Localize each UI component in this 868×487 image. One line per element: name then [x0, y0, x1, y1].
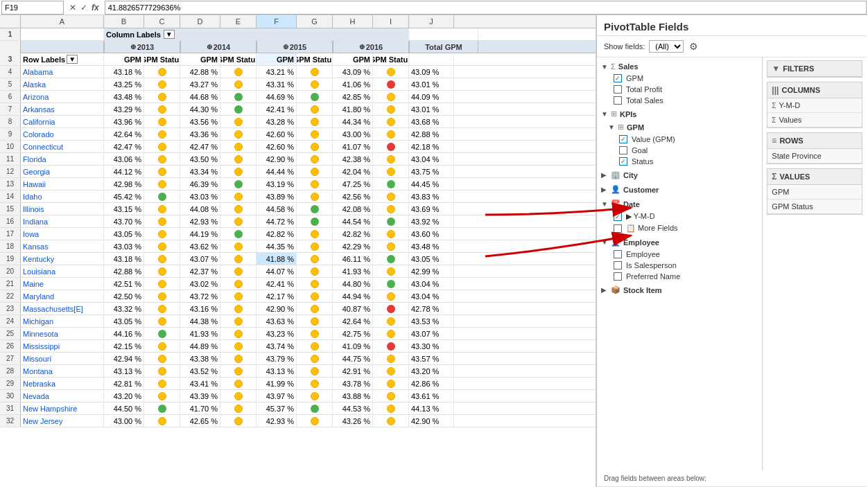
status-2016 — [373, 278, 409, 290]
state-cell[interactable]: Nebraska — [21, 378, 104, 389]
fx-button[interactable]: fx — [90, 3, 101, 12]
state-cell[interactable]: Minnesota — [21, 328, 104, 339]
col-i[interactable]: I — [373, 15, 409, 28]
state-cell[interactable]: Michigan — [21, 315, 104, 327]
field-item[interactable]: Employee — [597, 249, 762, 260]
state-cell[interactable]: Maine — [21, 278, 104, 290]
field-checkbox[interactable] — [614, 272, 622, 281]
state-cell[interactable]: Hawaii — [21, 178, 104, 190]
values-gpm-item[interactable]: GPM — [767, 185, 862, 200]
state-cell[interactable]: Louisiana — [21, 265, 104, 277]
state-cell[interactable]: Iowa — [21, 228, 104, 240]
table-row: 23 Massachusetts[E] 43.32 % 43.16 % 42.9… — [0, 303, 596, 315]
status-2015 — [297, 265, 333, 277]
gpm-2015: 43.19 % — [257, 178, 297, 190]
field-checkbox[interactable] — [614, 261, 622, 269]
col-j[interactable]: J — [409, 15, 454, 28]
state-cell[interactable]: Kansas — [21, 240, 104, 252]
table-row: 31 New Hampshire 44.50 % 41.70 % 45.37 %… — [0, 402, 596, 415]
field-label: 📋 More Fields — [626, 224, 678, 233]
formula-input[interactable]: 41.8826577729636% — [105, 1, 867, 15]
col-d[interactable]: D — [180, 15, 220, 28]
expand-arrow-icon: ▼ — [601, 238, 608, 246]
field-item[interactable]: Preferred Name — [597, 271, 762, 282]
col-c[interactable]: C — [144, 15, 180, 28]
state-cell[interactable]: New Hampshire — [21, 402, 104, 414]
status-dot — [158, 130, 166, 139]
field-checkbox[interactable] — [614, 213, 622, 221]
state-cell[interactable]: Alabama — [21, 66, 104, 78]
state-cell[interactable]: Connecticut — [21, 141, 104, 152]
field-item[interactable]: Status — [597, 156, 762, 167]
state-cell[interactable]: Colorado — [21, 128, 104, 140]
state-cell[interactable]: Nevada — [21, 390, 104, 402]
col-h[interactable]: H — [333, 15, 373, 28]
col-f[interactable]: F — [257, 15, 297, 28]
field-checkbox[interactable] — [619, 157, 627, 166]
field-checkbox[interactable] — [619, 135, 627, 143]
columns-values-item[interactable]: Σ Values — [767, 113, 862, 127]
status-dot — [234, 143, 243, 151]
state-cell[interactable]: New Jersey — [21, 415, 104, 427]
name-box[interactable]: F19 — [1, 1, 64, 15]
status-2013 — [144, 240, 180, 252]
state-cell[interactable]: Idaho — [21, 191, 104, 202]
state-cell[interactable]: Illinois — [21, 203, 104, 215]
field-item[interactable]: ▶ Y-M-D — [597, 211, 762, 222]
field-item[interactable]: Total Sales — [597, 95, 762, 106]
state-cell[interactable]: Alaska — [21, 78, 104, 90]
row-number: 22 — [0, 290, 21, 302]
show-fields-select[interactable]: (All) — [649, 40, 684, 53]
field-checkbox[interactable] — [614, 85, 622, 94]
field-checkbox[interactable] — [614, 74, 622, 82]
col-e[interactable]: E — [220, 15, 257, 28]
state-cell[interactable]: Montana — [21, 365, 104, 377]
field-checkbox[interactable] — [619, 146, 627, 154]
col-labels-dropdown[interactable]: ▼ — [164, 30, 175, 39]
field-item[interactable]: Is Salesperson — [597, 260, 762, 271]
field-item[interactable]: Value (GPM) — [597, 134, 762, 145]
field-item[interactable]: GPM — [597, 73, 762, 84]
field-item[interactable]: Goal — [597, 145, 762, 156]
state-cell[interactable]: Kentucky — [21, 253, 104, 265]
field-group-header[interactable]: ▼ 👤 Employee — [597, 236, 762, 249]
field-group-header[interactable]: ▼ ⊞ KPIs — [597, 107, 762, 121]
gpm-2013: 43.03 % — [104, 240, 144, 252]
columns-ymd-item[interactable]: Σ Y-M-D — [767, 98, 862, 113]
state-cell[interactable]: Arizona — [21, 91, 104, 103]
col-a[interactable]: A — [21, 15, 104, 28]
state-cell[interactable]: Maryland — [21, 290, 104, 302]
field-item[interactable]: Total Profit — [597, 84, 762, 95]
field-group-header[interactable]: ▼ 📅 Date — [597, 197, 762, 211]
gear-icon[interactable]: ⚙ — [689, 41, 698, 52]
state-cell[interactable]: Georgia — [21, 166, 104, 177]
field-checkbox[interactable] — [614, 224, 622, 233]
state-cell[interactable]: California — [21, 116, 104, 127]
gpm-2013: 44.16 % — [104, 328, 144, 339]
row-labels-dropdown[interactable]: ▼ — [67, 55, 78, 64]
confirm-button[interactable]: ✓ — [79, 3, 89, 12]
state-cell[interactable]: Massachusetts[E] — [21, 303, 104, 315]
field-group-header[interactable]: ▶ 👤 Customer — [597, 183, 762, 196]
field-group-header[interactable]: ▶ 📦 Stock Item — [597, 283, 762, 296]
state-cell[interactable]: Arkansas — [21, 103, 104, 115]
status-dot — [311, 405, 319, 413]
state-cell[interactable]: Mississippi — [21, 340, 104, 352]
rows-state-province-item[interactable]: State Province — [767, 149, 862, 163]
field-group-header[interactable]: ▶ 🏢 City — [597, 168, 762, 181]
col-g[interactable]: G — [297, 15, 333, 28]
cancel-button[interactable]: ✕ — [68, 3, 78, 12]
row-number: 4 — [0, 66, 21, 78]
col-b[interactable]: B — [104, 15, 144, 28]
status-dot — [387, 255, 395, 263]
field-checkbox[interactable] — [614, 96, 622, 105]
state-cell[interactable]: Florida — [21, 153, 104, 165]
field-group-header[interactable]: ▼ Σ Sales — [597, 60, 762, 73]
field-checkbox[interactable] — [614, 250, 622, 258]
field-item[interactable]: 📋 More Fields — [597, 222, 762, 234]
state-cell[interactable]: Indiana — [21, 215, 104, 227]
state-cell[interactable]: Missouri — [21, 353, 104, 364]
values-gpm-status-item[interactable]: GPM Status — [767, 200, 862, 214]
subgroup-header[interactable]: ▼ ⊞ GPM — [597, 121, 762, 134]
status-dot — [234, 230, 243, 238]
